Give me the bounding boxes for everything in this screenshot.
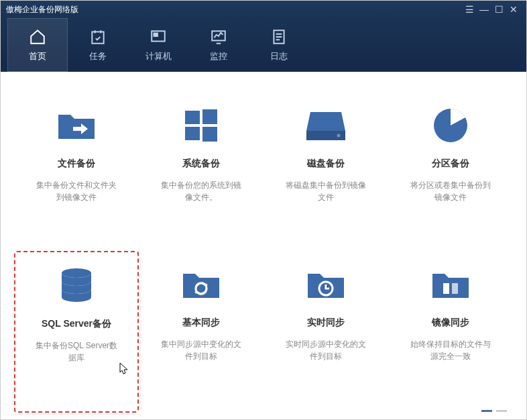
minimize-button[interactable]: — — [477, 4, 491, 15]
svg-rect-2 — [154, 34, 158, 36]
card-title: SQL Server备份 — [42, 318, 111, 330]
folder-arrow-icon — [56, 105, 97, 146]
card-sql-backup[interactable]: SQL Server备份 集中备份SQL Server数据库 — [14, 251, 139, 413]
footer-indicator — [481, 410, 507, 412]
windows-icon — [181, 105, 221, 146]
monitor-icon — [209, 28, 228, 46]
maximize-button[interactable]: ☐ — [491, 4, 506, 15]
svg-point-12 — [62, 268, 91, 278]
svg-rect-8 — [202, 127, 217, 142]
card-realtime-sync[interactable]: 实时同步 实时同步源中变化的文件到目标 — [264, 251, 388, 413]
card-title: 基本同步 — [182, 317, 220, 329]
nav-logs[interactable]: 日志 — [249, 18, 309, 72]
card-title: 镜像同步 — [432, 317, 469, 329]
card-system-backup[interactable]: 系统备份 集中备份您的系统到镜像文件。 — [139, 92, 264, 251]
folder-sync-icon — [181, 264, 221, 305]
nav-label: 计算机 — [145, 50, 172, 62]
card-basic-sync[interactable]: 基本同步 集中同步源中变化的文件到目标 — [139, 251, 264, 413]
card-grid: 文件备份 集中备份文件和文件夹到镜像文件 系统备份 集中备份您的系统到镜像文件。… — [14, 92, 513, 413]
content-area: 文件备份 集中备份文件和文件夹到镜像文件 系统备份 集中备份您的系统到镜像文件。… — [1, 72, 526, 419]
card-desc: 集中备份文件和文件夹到镜像文件 — [33, 179, 120, 203]
nav-computers[interactable]: 计算机 — [128, 18, 188, 72]
svg-rect-5 — [185, 111, 200, 124]
card-desc: 将磁盘集中备份到镜像文件 — [282, 179, 369, 203]
nav-label: 任务 — [89, 50, 107, 62]
navbar: 首页 任务 计算机 监控 日志 — [1, 18, 526, 72]
card-title: 分区备份 — [432, 158, 469, 170]
logs-icon — [270, 28, 288, 46]
card-desc: 集中备份您的系统到镜像文件。 — [158, 179, 245, 203]
card-title: 系统备份 — [182, 158, 220, 170]
folder-mirror-icon — [430, 264, 471, 305]
card-title: 实时同步 — [307, 317, 345, 329]
list-icon[interactable]: ☰ — [462, 4, 477, 15]
card-desc: 集中备份SQL Server数据库 — [33, 339, 120, 364]
database-icon — [56, 266, 97, 306]
svg-point-10 — [337, 134, 341, 138]
home-icon — [28, 28, 47, 46]
svg-rect-0 — [92, 32, 103, 43]
card-desc: 实时同步源中变化的文件到目标 — [282, 338, 369, 362]
card-title: 文件备份 — [58, 158, 95, 170]
app-title: 傲梅企业备份网络版 — [6, 4, 462, 15]
close-button[interactable]: ✕ — [506, 4, 521, 15]
nav-home[interactable]: 首页 — [7, 18, 68, 72]
card-desc: 将分区或卷集中备份到镜像文件 — [407, 179, 494, 203]
disk-icon — [306, 105, 346, 146]
folder-clock-icon — [306, 264, 346, 305]
page-dot — [496, 410, 507, 412]
tasks-icon — [89, 28, 107, 46]
page-dot-active — [481, 410, 492, 412]
card-title: 磁盘备份 — [307, 158, 345, 170]
computer-icon — [149, 28, 168, 46]
svg-rect-14 — [443, 283, 449, 294]
pie-icon — [430, 105, 471, 146]
card-file-backup[interactable]: 文件备份 集中备份文件和文件夹到镜像文件 — [14, 92, 139, 251]
svg-rect-7 — [185, 127, 200, 140]
nav-monitor[interactable]: 监控 — [188, 18, 249, 72]
svg-rect-6 — [202, 109, 217, 124]
titlebar: 傲梅企业备份网络版 ☰ — ☐ ✕ — [1, 1, 526, 18]
nav-label: 首页 — [29, 50, 46, 62]
svg-rect-15 — [452, 283, 458, 294]
card-desc: 集中同步源中变化的文件到目标 — [158, 338, 245, 362]
card-partition-backup[interactable]: 分区备份 将分区或卷集中备份到镜像文件 — [388, 92, 513, 251]
nav-label: 监控 — [210, 50, 227, 62]
nav-tasks[interactable]: 任务 — [68, 18, 128, 72]
card-mirror-sync[interactable]: 镜像同步 始终保持目标的文件与源完全一致 — [388, 251, 513, 413]
nav-label: 日志 — [270, 50, 288, 62]
card-desc: 始终保持目标的文件与源完全一致 — [407, 338, 494, 362]
card-disk-backup[interactable]: 磁盘备份 将磁盘集中备份到镜像文件 — [264, 92, 388, 251]
